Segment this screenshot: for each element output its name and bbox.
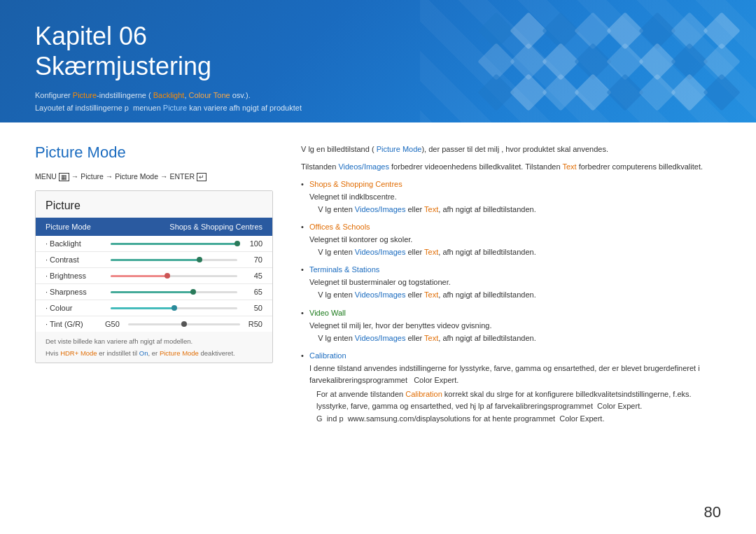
bullet-title: Shops & Shopping Centres: [309, 180, 402, 188]
diamond-decor: [606, 73, 644, 111]
menu-icon: ▦: [59, 173, 69, 181]
slider-row-brightness: · Brightness 45: [36, 268, 272, 284]
tint-g-value: G50: [105, 320, 120, 328]
diamond-decor: [703, 73, 741, 111]
list-item-terminals: Terminals & Stations Velegnet til buster…: [301, 264, 721, 301]
panel-title: Picture: [36, 191, 272, 218]
slider-track[interactable]: [111, 291, 237, 293]
slider-handle: [172, 305, 177, 311]
slider-track[interactable]: [111, 243, 237, 245]
sub-text: Velegnet til busterminaler og togstation…: [309, 276, 721, 288]
slider-handle: [164, 273, 170, 279]
sub-text: Velegnet til kontorer og skoler.: [309, 234, 721, 246]
tint-track[interactable]: [128, 323, 240, 325]
slider-row-contrast: · Contrast 70: [36, 252, 272, 268]
slider-value: 50: [243, 304, 262, 312]
bullet-title: Offices & Schools: [309, 223, 370, 231]
diamond-decor: [510, 73, 547, 111]
slider-fill: [111, 259, 200, 261]
diamond-decor: [638, 73, 676, 111]
slider-label: · Backlight: [46, 239, 105, 248]
slider-handle: [234, 241, 240, 246]
main-content: Picture Mode MENU ▦ → Picture → Picture …: [0, 122, 756, 534]
picture-mode-value: Shops & Shopping Centres: [169, 223, 262, 231]
slider-label: · Colour: [46, 304, 105, 312]
diamond-decor: [477, 73, 515, 111]
slider-value: 100: [243, 239, 262, 248]
slider-label: · Tint (G/R): [46, 320, 105, 328]
sub-text: V lg enten Videos/Images eller Text, afh…: [309, 204, 721, 216]
slider-fill: [111, 291, 193, 293]
section-title: Picture Mode: [35, 143, 273, 162]
panel-warning: Hvis HDR+ Mode er indstillet til On, er …: [36, 348, 272, 363]
list-item-shops: Shops & Shopping Centres Velegnet til in…: [301, 178, 721, 216]
page-number: 80: [704, 503, 721, 521]
tint-r-value: R50: [248, 320, 262, 328]
sub-text: V lg enten Videos/Images eller Text, afh…: [309, 332, 721, 344]
slider-label: · Sharpness: [46, 288, 105, 296]
slider-fill: [111, 275, 167, 277]
slider-fill: [111, 307, 174, 309]
bullet-title: Calibration: [309, 351, 346, 360]
diamond-decor: [671, 73, 708, 111]
tint-handle: [181, 321, 187, 327]
header-section: Kapitel 06 Skærmjustering Konfigurer Pic…: [0, 0, 756, 122]
sub-text: Velegnet til milj ler, hvor der benyttes…: [309, 320, 721, 332]
picture-panel: Picture Picture Mode Shops & Shopping Ce…: [35, 190, 273, 363]
intro-text-2: Tilstanden Videos/Images forbedrer video…: [301, 161, 721, 173]
slider-row-tint: · Tint (G/R) G50 R50: [36, 316, 272, 332]
picture-mode-row: Picture Mode Shops & Shopping Centres: [36, 218, 272, 236]
list-item-calibration: Calibration I denne tilstand anvendes in…: [301, 350, 721, 425]
slider-row-backlight: · Backlight 100: [36, 236, 272, 252]
intro-text-1: V lg en billedtilstand ( Picture Mode), …: [301, 143, 721, 155]
bullet-list: Shops & Shopping Centres Velegnet til in…: [301, 178, 721, 425]
header-decoration: [483, 0, 735, 122]
slider-value: 45: [243, 272, 262, 280]
slider-value: 65: [243, 288, 262, 296]
sub-text: V lg enten Videos/Images eller Text, afh…: [309, 289, 721, 301]
slider-row-sharpness: · Sharpness 65: [36, 284, 272, 300]
diamond-decor: [542, 73, 580, 111]
list-item-offices: Offices & Schools Velegnet til kontorer …: [301, 221, 721, 258]
list-item-video-wall: Video Wall Velegnet til milj ler, hvor d…: [301, 307, 721, 344]
slider-label: · Brightness: [46, 272, 105, 280]
slider-handle: [197, 257, 202, 262]
diamond-decor: [574, 73, 612, 111]
menu-path: MENU ▦ → Picture → Picture Mode → ENTER …: [35, 172, 273, 181]
bullet-title: Video Wall: [309, 309, 346, 317]
sub-text: I denne tilstand anvendes indstillingern…: [309, 363, 721, 386]
picture-mode-label: Picture Mode: [46, 223, 91, 231]
slider-value: 70: [243, 255, 262, 264]
left-column: Picture Mode MENU ▦ → Picture → Picture …: [35, 143, 273, 520]
slider-fill: [111, 243, 237, 245]
sub-text: V lg enten Videos/Images eller Text, afh…: [309, 246, 721, 258]
bullet-title: Terminals & Stations: [309, 265, 379, 274]
slider-track[interactable]: [111, 307, 237, 309]
right-column: V lg en billedtilstand ( Picture Mode), …: [301, 143, 721, 520]
enter-icon: ↵: [197, 173, 206, 181]
slider-track[interactable]: [111, 259, 237, 261]
slider-label: · Contrast: [46, 255, 105, 264]
slider-row-colour: · Colour 50: [36, 300, 272, 316]
calibration-detail: For at anvende tilstanden Calibration ko…: [309, 388, 721, 425]
slider-handle: [190, 289, 196, 295]
sub-text: Velegnet til indklbscentre.: [309, 191, 721, 203]
panel-note: Det viste billede kan variere afh ngigt …: [36, 332, 272, 348]
slider-track[interactable]: [111, 275, 237, 277]
